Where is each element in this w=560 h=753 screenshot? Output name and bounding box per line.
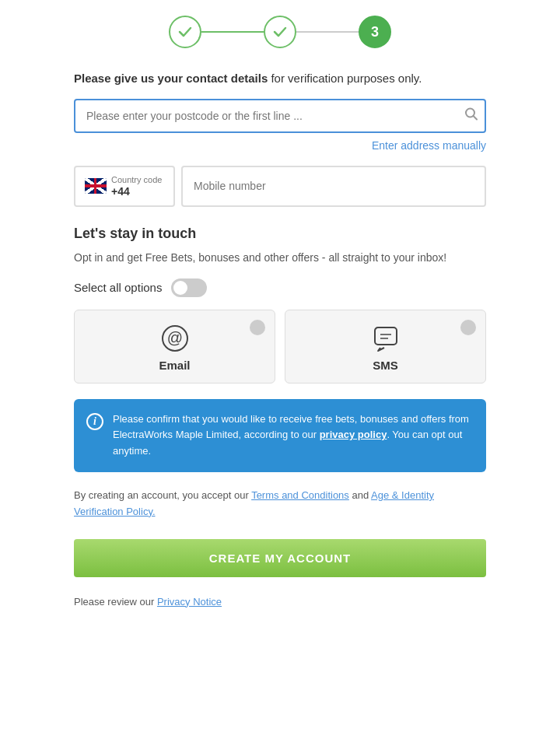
search-icon <box>464 107 478 121</box>
phone-row: Country code +44 <box>74 166 486 207</box>
mobile-number-input[interactable] <box>181 166 486 207</box>
step-2 <box>264 16 296 48</box>
opt-in-description: Opt in and get Free Bets, bonuses and ot… <box>74 250 486 266</box>
stepper: 3 <box>74 16 486 48</box>
privacy-notice: Please review our Privacy Notice <box>74 596 486 608</box>
svg-rect-4 <box>375 327 397 345</box>
select-all-row: Select all options <box>74 278 486 297</box>
email-label: Email <box>159 359 190 372</box>
search-button[interactable] <box>464 107 478 124</box>
email-toggle[interactable] <box>250 320 265 335</box>
select-all-label: Select all options <box>74 281 162 294</box>
email-icon: @ <box>159 324 191 352</box>
step-3: 3 <box>359 16 391 48</box>
create-account-button[interactable]: CREATE MY ACCOUNT <box>74 539 486 577</box>
privacy-notice-link[interactable]: Privacy Notice <box>157 596 222 608</box>
svg-line-1 <box>474 116 478 120</box>
privacy-policy-link[interactable]: privacy policy <box>320 429 387 440</box>
step-line-1 <box>201 31 264 33</box>
option-cards: @ Email SMS <box>74 310 486 384</box>
stay-in-touch-heading: Let's stay in touch <box>74 226 486 242</box>
sms-toggle[interactable] <box>460 320 476 335</box>
step-1 <box>169 16 201 48</box>
terms-conditions-link[interactable]: Terms and Conditions <box>251 489 349 501</box>
select-all-toggle[interactable] <box>171 278 207 297</box>
step-line-2 <box>296 31 359 33</box>
enter-address-manually-link[interactable]: Enter address manually <box>74 139 486 152</box>
section-heading: Please give us your contact details for … <box>74 70 486 88</box>
postcode-input[interactable] <box>74 99 486 133</box>
sms-icon <box>370 324 401 352</box>
terms-text: By creating an account, you accept our T… <box>74 488 486 520</box>
info-banner-text: Please confirm that you would like to re… <box>113 412 474 460</box>
sms-option-card[interactable]: SMS <box>285 310 486 384</box>
email-option-card[interactable]: @ Email <box>74 310 275 384</box>
country-code-label: Country code <box>111 175 162 185</box>
sms-label: SMS <box>373 359 398 372</box>
postcode-wrapper <box>74 99 486 133</box>
toggle-slider <box>171 278 207 297</box>
info-banner: i Please confirm that you would like to … <box>74 399 486 472</box>
uk-flag-icon <box>85 178 107 194</box>
svg-text:@: @ <box>166 329 182 346</box>
country-code-selector[interactable]: Country code +44 <box>74 166 175 207</box>
country-code-value: +44 <box>111 185 162 198</box>
info-icon: i <box>86 413 103 430</box>
